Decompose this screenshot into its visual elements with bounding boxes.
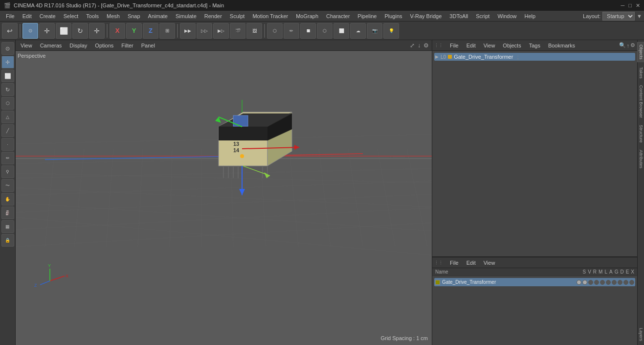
checker-tool[interactable]: ▦ — [1, 220, 14, 233]
rotate-tool[interactable]: ↻ — [1, 83, 14, 96]
tab-attributes[interactable]: Attributes — [638, 148, 644, 170]
vp-menu-view[interactable]: View — [18, 42, 35, 49]
tab-content-browser[interactable]: Content Browser — [638, 83, 644, 120]
tab-takes[interactable]: Takes — [638, 65, 644, 81]
close-button[interactable]: ✕ — [636, 2, 640, 9]
object-tool[interactable]: ⬡ — [1, 97, 14, 110]
smooth-tool[interactable]: 〜 — [1, 179, 14, 192]
magnet-tool[interactable]: ⚲ — [1, 165, 14, 178]
lock-tool[interactable]: 🔒 — [1, 234, 14, 247]
material-btn[interactable]: ⬡ — [317, 23, 333, 39]
vp-menu-filter[interactable]: Filter — [118, 42, 136, 49]
menu-character[interactable]: Character — [322, 12, 354, 20]
floor-btn[interactable]: ⬜ — [333, 23, 349, 39]
menu-script[interactable]: Script — [472, 12, 493, 20]
vp-icon-down[interactable]: ↓ — [417, 41, 422, 50]
tab-layers[interactable]: Layers — [638, 326, 644, 343]
render-button[interactable]: ▶▷ — [213, 23, 229, 39]
menu-edit[interactable]: Edit — [19, 12, 36, 20]
om-expand-icon[interactable]: ▶ — [435, 54, 439, 59]
layout-arrow[interactable]: ▼ — [637, 13, 642, 19]
menu-mesh[interactable]: Mesh — [103, 12, 124, 20]
world-axis-button[interactable]: ⊞ — [159, 23, 175, 39]
om-search-icon[interactable]: 🔍 — [619, 42, 626, 48]
tab-structure[interactable]: Structure — [638, 123, 644, 145]
menu-motion-tracker[interactable]: Motion Tracker — [248, 12, 292, 20]
z-axis-button[interactable]: Z — [143, 23, 158, 39]
sculpt-tool[interactable]: 🗿 — [1, 207, 14, 219]
x-axis-button[interactable]: X — [110, 23, 125, 39]
om-objects-btn[interactable]: Objects — [500, 42, 524, 49]
viewport[interactable]: 13 14 — [16, 51, 432, 345]
menu-plugins[interactable]: Plugins — [380, 12, 406, 20]
maximize-button[interactable]: □ — [628, 2, 632, 9]
sm-edit-btn[interactable]: Edit — [464, 259, 479, 267]
menu-file[interactable]: File — [2, 12, 19, 20]
menu-3dtoall[interactable]: 3DToAll — [445, 12, 472, 20]
sm-view-btn[interactable]: View — [481, 259, 498, 267]
y-axis-button[interactable]: Y — [126, 23, 142, 39]
minimize-button[interactable]: ─ — [621, 2, 625, 9]
om-edit-btn[interactable]: Edit — [464, 42, 479, 49]
tab-objects[interactable]: Objects — [637, 42, 644, 62]
render-active-button[interactable]: ▷▷ — [197, 23, 212, 39]
lights-btn[interactable]: 💡 — [383, 23, 399, 39]
sm-x-col: X — [631, 269, 634, 275]
vp-icon-expand[interactable]: ⤢ — [409, 41, 416, 50]
paint-tool[interactable]: ✏ — [1, 152, 14, 164]
menu-animate[interactable]: Animate — [144, 12, 172, 20]
grab-tool[interactable]: ✋ — [1, 193, 14, 206]
render-region-button[interactable]: ▶▶ — [180, 23, 196, 39]
scale-tool-button[interactable]: ⬜ — [56, 23, 71, 39]
om-nav-icon[interactable]: ↑ — [627, 43, 630, 48]
om-nav-icon2[interactable]: ⚙ — [630, 42, 635, 48]
render-to-picture-button[interactable]: 🎬 — [230, 23, 245, 39]
perspective-btn[interactable]: ⬡ — [267, 23, 283, 39]
vp-menu-panel[interactable]: Panel — [138, 42, 158, 49]
model-mode-button[interactable]: ⊙ — [22, 23, 38, 39]
menu-vray[interactable]: V-Ray Bridge — [406, 12, 446, 20]
texture-btn[interactable]: 🔲 — [300, 23, 316, 39]
edge-tool[interactable]: ╱ — [1, 124, 14, 137]
vp-menu-options[interactable]: Options — [92, 42, 116, 49]
cursor-tool[interactable]: ⊙ — [1, 42, 14, 55]
vp-menu-cameras[interactable]: Cameras — [37, 42, 65, 49]
sm-object-row[interactable]: Gate_Drive_Transformer — [434, 278, 635, 286]
om-tags-btn[interactable]: Tags — [526, 42, 543, 49]
polygon-tool[interactable]: △ — [1, 111, 14, 123]
move-tool[interactable]: ✛ — [1, 56, 14, 69]
menu-render[interactable]: Render — [200, 12, 226, 20]
om-bookmarks-btn[interactable]: Bookmarks — [545, 42, 578, 49]
menu-mograph[interactable]: MoGraph — [292, 12, 322, 20]
undo-button[interactable]: ↩ — [2, 23, 18, 39]
sm-s-col: S — [582, 269, 586, 275]
menu-help[interactable]: Help — [521, 12, 540, 20]
layout-select[interactable]: Startup — [602, 12, 635, 21]
paint-btn[interactable]: ✏ — [284, 23, 299, 39]
object-row-transformer[interactable]: ▶ L0 Gate_Drive_Transformer ; — [434, 53, 635, 61]
om-view-btn[interactable]: View — [481, 42, 498, 49]
sm-name-col: Name — [433, 269, 582, 275]
menu-sculpt[interactable]: Sculpt — [226, 12, 249, 20]
om-file-btn[interactable]: File — [447, 42, 462, 49]
transform-button[interactable]: ✛ — [89, 23, 105, 39]
rotate-tool-button[interactable]: ↻ — [72, 23, 88, 39]
sm-file-btn[interactable]: File — [447, 259, 462, 267]
vp-menu-display[interactable]: Display — [67, 42, 90, 49]
point-tool[interactable]: · — [1, 138, 14, 151]
menu-window[interactable]: Window — [493, 12, 520, 20]
picture-viewer-button[interactable]: 🖼 — [246, 23, 262, 39]
menu-select[interactable]: Select — [60, 12, 83, 20]
menu-simulate[interactable]: Simulate — [172, 12, 200, 20]
sm-color-indicator — [435, 280, 440, 285]
move-tool-button[interactable]: ✛ — [39, 23, 55, 39]
camera-btn[interactable]: 📷 — [367, 23, 382, 39]
vp-icon-settings[interactable]: ⚙ — [422, 41, 430, 50]
menu-create[interactable]: Create — [36, 12, 60, 20]
svg-rect-33 — [219, 127, 267, 140]
menu-pipeline[interactable]: Pipeline — [354, 12, 380, 20]
menu-tools[interactable]: Tools — [82, 12, 103, 20]
scale-tool[interactable]: ⬜ — [1, 69, 14, 82]
menu-snap[interactable]: Snap — [124, 12, 144, 20]
sky-btn[interactable]: ☁ — [350, 23, 366, 39]
